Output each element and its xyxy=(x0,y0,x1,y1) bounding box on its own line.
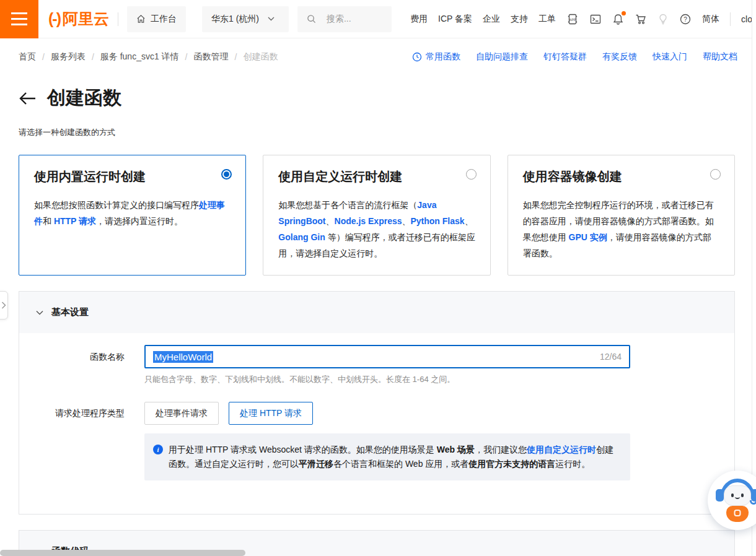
handle-event-request-button[interactable]: 处理事件请求 xyxy=(144,402,219,425)
breadcrumb-separator: / xyxy=(42,52,45,62)
app-download-icon[interactable]: APP xyxy=(566,13,579,25)
quick-start-link[interactable]: 快速入门 xyxy=(653,51,687,63)
back-arrow-icon xyxy=(19,92,36,105)
panel-expand-handle[interactable] xyxy=(0,291,8,319)
lightbulb-icon[interactable] xyxy=(657,13,669,25)
handler-type-label: 请求处理程序类型 xyxy=(19,402,125,425)
horizontal-scrollbar-thumb[interactable] xyxy=(0,550,245,556)
breadcrumb-service-list[interactable]: 服务列表 xyxy=(51,51,86,63)
topbar-link-icp[interactable]: ICP 备案 xyxy=(438,14,472,25)
page-subtitle: 请选择一种创建函数的方式 xyxy=(19,127,737,138)
breadcrumb-home[interactable]: 首页 xyxy=(19,51,36,63)
page-title: 创建函数 xyxy=(47,85,121,111)
card-container-image[interactable]: 使用容器镜像创建 如果您想完全控制程序运行的环境，或者迁移已有的容器应用，请使用… xyxy=(508,155,735,276)
chevron-right-icon xyxy=(1,302,6,309)
cart-icon[interactable] xyxy=(635,13,647,25)
clock-icon xyxy=(412,52,422,62)
breadcrumb-separator: / xyxy=(185,52,188,62)
function-name-hint: 只能包含字母、数字、下划线和中划线。不能以数字、中划线开头。长度在 1-64 之… xyxy=(144,374,630,385)
topbar-link-billing[interactable]: 费用 xyxy=(410,14,428,25)
card-title: 使用容器镜像创建 xyxy=(523,168,719,185)
divider xyxy=(730,12,731,26)
card-description: 如果您想完全控制程序运行的环境，或者迁移已有的容器应用，请使用容器镜像的方式部署… xyxy=(523,197,719,261)
account-name-partial[interactable]: clo xyxy=(741,14,752,24)
radio-custom-runtime[interactable] xyxy=(466,169,477,180)
language-selector[interactable]: 简体 xyxy=(702,14,719,25)
basic-settings-header[interactable]: 基本设置 xyxy=(19,292,734,333)
topbar-link-support[interactable]: 支持 xyxy=(511,14,528,25)
breadcrumb-separator: / xyxy=(92,52,94,62)
self-troubleshooting-link[interactable]: 自助问题排查 xyxy=(476,51,528,63)
breadcrumb-current: 创建函数 xyxy=(243,51,278,63)
svg-text:APP: APP xyxy=(569,17,576,21)
function-name-input[interactable]: MyHelloWorld 12/64 xyxy=(144,345,630,368)
collapse-chevron-icon xyxy=(36,310,43,315)
aliyun-logo-mark: (-) xyxy=(48,10,60,28)
hamburger-menu-button[interactable] xyxy=(0,0,38,38)
notification-dot xyxy=(622,11,626,15)
common-functions-link[interactable]: 常用函数 xyxy=(412,51,460,63)
back-button[interactable] xyxy=(19,92,36,105)
search-placeholder: 搜索... xyxy=(327,14,351,25)
divider xyxy=(118,12,118,26)
handle-http-request-button[interactable]: 处理 HTTP 请求 xyxy=(229,402,313,425)
top-nav-bar: (-) 阿里云 工作台 华东1 (杭州) 搜索... 费用 ICP 备案 企业 … xyxy=(0,0,756,38)
http-handler-infobox: i 用于处理 HTTP 请求或 Websocket 请求的函数。如果您的使用场景… xyxy=(144,433,630,480)
info-icon: i xyxy=(153,445,163,454)
workbench-label: 工作台 xyxy=(151,14,177,25)
breadcrumb-function-management[interactable]: 函数管理 xyxy=(194,51,229,63)
section-title: 基本设置 xyxy=(51,306,89,318)
help-docs-link[interactable]: 帮助文档 xyxy=(703,51,737,63)
infobox-text: 用于处理 HTTP 请求或 Websocket 请求的函数。如果您的使用场景是 … xyxy=(169,443,620,471)
creation-method-cards: 使用内置运行时创建 如果您想按照函数计算定义的接口编写程序处理事件和 HTTP … xyxy=(19,155,735,276)
basic-settings-section: 基本设置 函数名称 MyHelloWorld 12/64 只能包含字母、数字、下… xyxy=(19,291,735,515)
global-search-input[interactable]: 搜索... xyxy=(297,6,392,32)
home-icon xyxy=(136,14,146,24)
char-counter: 12/64 xyxy=(600,352,622,362)
region-label: 华东1 (杭州) xyxy=(211,14,259,25)
topbar-link-ticket[interactable]: 工单 xyxy=(538,14,556,25)
radio-container-image[interactable] xyxy=(710,169,721,180)
card-title: 使用内置运行时创建 xyxy=(34,168,231,185)
help-question-icon[interactable]: ? xyxy=(679,13,692,25)
topbar-link-enterprise[interactable]: 企业 xyxy=(483,14,500,25)
feedback-link[interactable]: 有奖反馈 xyxy=(602,51,637,63)
function-name-label: 函数名称 xyxy=(19,345,125,385)
breadcrumb-service-detail[interactable]: 服务 func_svc1 详情 xyxy=(100,51,179,63)
aliyun-logo-text: 阿里云 xyxy=(63,9,109,29)
help-links: 常用函数 自助问题排查 钉钉答疑群 有奖反馈 快速入门 帮助文档 xyxy=(412,51,737,63)
cloudshell-icon[interactable] xyxy=(589,13,602,25)
card-builtin-runtime[interactable]: 使用内置运行时创建 如果您想按照函数计算定义的接口编写程序处理事件和 HTTP … xyxy=(19,155,246,276)
card-custom-runtime[interactable]: 使用自定义运行时创建 如果您想基于各个语言的流行框架（Java SpringBo… xyxy=(263,155,490,276)
card-description: 如果您想按照函数计算定义的接口编写程序处理事件和 HTTP 请求，请选择内置运行… xyxy=(34,197,231,229)
vertical-scrollbar-track[interactable] xyxy=(752,0,756,556)
topbar-right-menu: 费用 ICP 备案 企业 支持 工单 APP ? 简体 clo xyxy=(410,12,756,26)
function-name-value: MyHelloWorld xyxy=(153,351,213,363)
card-title: 使用自定义运行时创建 xyxy=(278,168,475,185)
region-selector[interactable]: 华东1 (杭州) xyxy=(202,6,289,32)
breadcrumb: 首页 / 服务列表 / 服务 func_svc1 详情 / 函数管理 / 创建函… xyxy=(19,51,278,63)
card-description: 如果您想基于各个语言的流行框架（Java SpringBoot、Node.js … xyxy=(278,197,475,261)
notifications-bell-icon[interactable] xyxy=(612,13,624,25)
workbench-button[interactable]: 工作台 xyxy=(127,6,186,32)
chevron-down-icon xyxy=(268,17,275,21)
breadcrumb-row: 首页 / 服务列表 / 服务 func_svc1 详情 / 函数管理 / 创建函… xyxy=(0,38,756,76)
svg-text:?: ? xyxy=(683,15,687,22)
page-header: 创建函数 请选择一种创建函数的方式 xyxy=(0,76,756,138)
breadcrumb-separator: / xyxy=(235,52,237,62)
aliyun-logo[interactable]: (-) 阿里云 xyxy=(48,9,109,29)
dingtalk-group-link[interactable]: 钉钉答疑群 xyxy=(543,51,587,63)
search-icon xyxy=(307,14,316,24)
